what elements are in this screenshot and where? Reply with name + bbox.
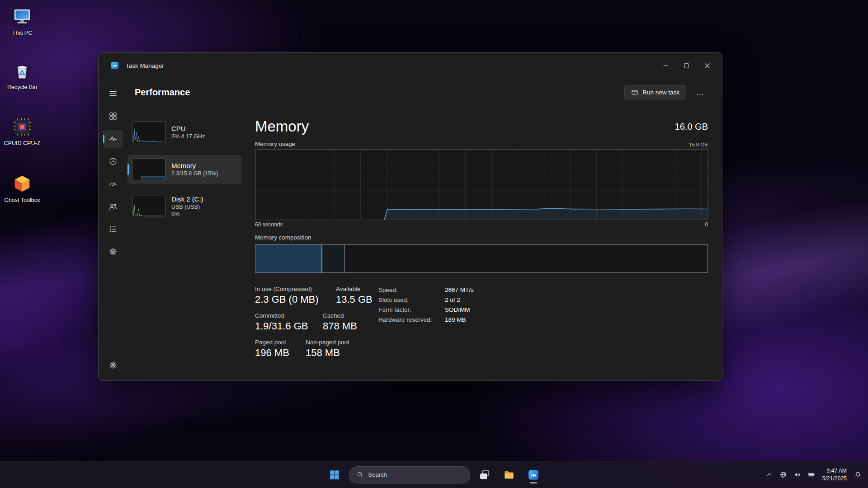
- run-new-task-label: Run new task: [642, 89, 679, 96]
- perf-list-item-cpu[interactable]: CPU 3% 4.17 GHz: [127, 118, 241, 147]
- run-new-task-button[interactable]: Run new task: [624, 85, 686, 100]
- graph-axis-left: 60 seconds: [255, 221, 283, 228]
- clock-time: 9:47 AM: [822, 467, 847, 474]
- resource-name: Memory: [171, 162, 218, 170]
- toolbar: Performance Run new task …: [127, 78, 708, 107]
- processes-icon: [108, 112, 118, 121]
- resource-detail: 3% 4.17 GHz: [171, 133, 205, 140]
- app-history-icon: [108, 157, 118, 166]
- stat-paged-pool: Paged pool 196 MB: [255, 339, 306, 359]
- more-options-button[interactable]: …: [693, 86, 708, 99]
- battery-icon: [807, 471, 815, 479]
- memory-total-capacity: 16.0 GB: [675, 122, 708, 132]
- desktop: This PC Recycle Bin CPUID CPU-Z Ghost To…: [0, 0, 868, 488]
- stat-in-use: In use (Compressed) 2.3 GB (0 MB): [255, 286, 336, 305]
- minimize-icon: [663, 63, 668, 68]
- users-icon: [108, 202, 118, 211]
- stat-non-paged-pool: Non-paged pool 158 MB: [306, 339, 349, 359]
- minimize-button[interactable]: [655, 58, 676, 73]
- cpu-mini-graph: [132, 122, 165, 143]
- task-view-icon: [479, 469, 491, 481]
- startup-apps-icon: [108, 179, 118, 188]
- nav-menu-button[interactable]: [103, 84, 123, 103]
- start-button[interactable]: [325, 465, 344, 485]
- desktop-icon-label: This PC: [12, 30, 32, 37]
- taskbar-task-manager-button[interactable]: [524, 465, 543, 485]
- cpuz-icon: [12, 117, 33, 137]
- memory-usage-caption: Memory usage: [255, 141, 295, 147]
- resource-name: CPU: [171, 125, 205, 133]
- close-icon: [705, 63, 710, 68]
- stat-available: Available 13.5 GB: [336, 286, 373, 305]
- composition-in-use-segment: [255, 245, 322, 272]
- task-manager-window: Task Manager: [98, 52, 722, 381]
- sidebar-item-processes[interactable]: [103, 107, 123, 125]
- taskbar-clock[interactable]: 9:47 AM 5/21/2025: [820, 467, 849, 482]
- memory-composition-bar: [255, 244, 708, 273]
- sidebar-item-startup-apps[interactable]: [103, 175, 123, 193]
- graph-axis-right: 0: [705, 221, 708, 228]
- tray-overflow-chevron-button[interactable]: [764, 468, 775, 481]
- search-placeholder: Search: [368, 471, 387, 478]
- window-title: Task Manager: [126, 62, 164, 69]
- running-app-indicator: [530, 482, 537, 483]
- memory-hardware-details: Speed:2667 MT/s Slots used:2 of 2 Form f…: [378, 286, 474, 326]
- nav-rail: [99, 78, 127, 380]
- hamburger-menu-icon: [108, 89, 118, 98]
- desktop-icon-ghost-toolbox[interactable]: Ghost Toolbox: [1, 174, 43, 204]
- windows-logo-icon: [329, 469, 340, 481]
- memory-detail-pane: Memory 16.0 GB Memory usage 15.8 GB: [241, 107, 708, 380]
- desktop-icon-label: Ghost Toolbox: [4, 197, 40, 204]
- maximize-icon: [684, 63, 689, 68]
- sidebar-item-details[interactable]: [103, 220, 123, 238]
- performance-icon: [108, 134, 118, 143]
- services-icon: [108, 247, 118, 256]
- task-manager-app-icon: [110, 61, 119, 70]
- desktop-icon-this-pc[interactable]: This PC: [1, 6, 43, 37]
- sidebar-item-services[interactable]: [103, 243, 123, 261]
- desktop-icon-recycle-bin[interactable]: Recycle Bin: [1, 61, 43, 91]
- ghost-toolbox-icon: [12, 174, 33, 194]
- gear-icon: [108, 361, 118, 370]
- desktop-icon-label: CPUID CPU-Z: [4, 140, 41, 147]
- desktop-icon-cpuz[interactable]: CPUID CPU-Z: [1, 117, 43, 147]
- sidebar-item-app-history[interactable]: [103, 152, 123, 170]
- sidebar-item-users[interactable]: [103, 197, 123, 216]
- performance-resource-list: CPU 3% 4.17 GHz: [127, 107, 241, 380]
- network-tray-button[interactable]: [778, 468, 789, 481]
- page-title: Performance: [135, 87, 190, 98]
- memory-pane-title: Memory: [255, 118, 309, 135]
- this-pc-icon: [12, 6, 33, 27]
- settings-button[interactable]: [103, 356, 123, 374]
- notification-center-button[interactable]: [852, 468, 863, 481]
- speaker-icon: [793, 471, 801, 479]
- close-button[interactable]: [697, 58, 717, 73]
- titlebar: Task Manager: [99, 53, 722, 78]
- resource-name: Disk 2 (C:): [171, 195, 203, 203]
- window-controls: [655, 53, 717, 78]
- search-input[interactable]: Search: [349, 466, 470, 483]
- maximize-button[interactable]: [676, 58, 697, 73]
- stat-committed: Committed 1.9/31.6 GB: [255, 312, 323, 332]
- bell-icon: [854, 471, 862, 479]
- details-icon: [108, 225, 118, 234]
- task-view-button[interactable]: [475, 465, 495, 485]
- perf-list-item-memory[interactable]: Memory 2.3/15.8 GB (15%): [127, 155, 241, 184]
- perf-list-item-disk2[interactable]: Disk 2 (C:) USB (USB) 0%: [127, 192, 241, 221]
- composition-standby-segment: [322, 245, 345, 272]
- memory-mini-graph: [132, 159, 165, 180]
- sidebar-item-performance[interactable]: [103, 130, 123, 148]
- ellipsis-icon: …: [696, 88, 704, 97]
- memory-composition-caption: Memory composition: [255, 234, 708, 241]
- file-explorer-button[interactable]: [499, 465, 519, 485]
- graph-scale-max: 15.8 GB: [689, 142, 708, 147]
- taskbar: Search: [0, 461, 868, 488]
- network-globe-icon: [779, 471, 787, 479]
- selection-accent-bar: [103, 135, 104, 143]
- battery-tray-button[interactable]: [806, 468, 817, 481]
- resource-detail-2: 0%: [171, 211, 203, 218]
- volume-tray-button[interactable]: [792, 468, 803, 481]
- chevron-up-icon: [765, 471, 773, 479]
- task-manager-icon: [528, 469, 539, 481]
- memory-usage-graph: [255, 149, 708, 220]
